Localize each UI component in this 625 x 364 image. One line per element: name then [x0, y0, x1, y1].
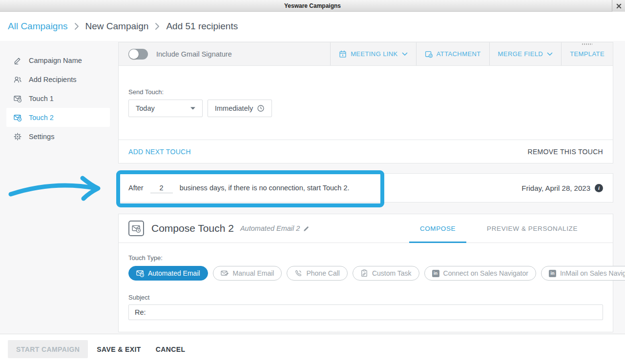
touch-type-label-text: Connect on Sales Navigator — [443, 269, 528, 277]
close-button[interactable] — [612, 0, 625, 12]
subject-label: Subject — [128, 294, 603, 301]
touch-name-group: Automated Email 2 — [240, 224, 310, 232]
delay-prefix-label: After — [128, 184, 144, 192]
merge-field-label: MERGE FIELD — [498, 50, 543, 58]
drag-handle-dots[interactable] — [582, 43, 592, 45]
template-button[interactable]: TEMPLATE — [561, 42, 613, 65]
email-clock-icon — [14, 95, 21, 102]
tab-compose[interactable]: COMPOSE — [409, 214, 466, 243]
breadcrumb-new-campaign: New Campaign — [85, 21, 149, 32]
email-clock-icon — [14, 114, 21, 121]
email-clock-icon — [128, 221, 144, 236]
cancel-button[interactable]: CANCEL — [156, 345, 186, 353]
sidebar-item-campaign-name[interactable]: Campaign Name — [0, 51, 118, 70]
scheduled-date-group: Friday, April 28, 2023 i — [521, 184, 603, 192]
attachment-button[interactable]: ATTACHMENT — [416, 42, 489, 65]
caret-down-icon — [190, 107, 195, 110]
sidebar-item-label: Settings — [29, 133, 54, 141]
chevron-down-icon — [402, 52, 408, 56]
clock-icon — [257, 104, 265, 112]
toolbar-buttons: MEETING LINK ATTACHMENT MERGE FIELD — [330, 42, 613, 65]
touch-actions-row: ADD NEXT TOUCH REMOVE THIS TOUCH — [119, 140, 613, 163]
send-time-value: Immediately — [215, 104, 253, 112]
touch-delay-row: After business days, if there is no conn… — [118, 173, 613, 202]
gmail-signature-toggle[interactable] — [128, 49, 148, 60]
chevron-right-icon — [74, 22, 79, 30]
touch-type-label-text: Manual Email — [233, 269, 274, 277]
compose-touch-card: Compose Touch 2 Automated Email 2 COMPOS… — [118, 214, 613, 332]
calendar-icon — [339, 50, 347, 58]
meeting-link-label: MEETING LINK — [351, 50, 398, 58]
sidebar-item-label: Touch 1 — [29, 95, 54, 102]
sidebar-item-add-recipients[interactable]: Add Recipients — [0, 70, 118, 89]
send-time-select[interactable]: Immediately — [208, 100, 272, 117]
window-titlebar: Yesware Campaigns — [0, 0, 625, 12]
tab-preview-personalize[interactable]: PREVIEW & PERSONALIZE — [476, 214, 588, 243]
yesware-campaigns-window: Yesware Campaigns All Campaigns New Camp… — [0, 0, 625, 364]
footer-bar: START CAMPAIGN SAVE & EXIT CANCEL — [0, 334, 625, 364]
meeting-link-button[interactable]: MEETING LINK — [330, 42, 416, 65]
gear-icon — [14, 133, 21, 141]
window-title: Yesware Campaigns — [0, 2, 625, 9]
compose-tabs: COMPOSE PREVIEW & PERSONALIZE — [409, 214, 613, 243]
pencil-icon — [14, 57, 21, 64]
merge-field-button[interactable]: MERGE FIELD — [489, 42, 562, 65]
touch-type-label-text: InMail on Sales Navigator — [560, 269, 625, 277]
chevron-down-icon — [547, 52, 553, 56]
touch-type-automated-email[interactable]: Automated Email — [128, 266, 208, 281]
gmail-signature-row: Include Gmail Signature — [119, 42, 330, 65]
sidebar-item-touch-2[interactable]: Touch 2 — [6, 108, 110, 127]
email-clock-icon — [136, 269, 144, 277]
info-icon[interactable]: i — [595, 184, 603, 192]
annotation-arrow — [7, 172, 107, 201]
send-touch-controls: Today Immediately — [128, 100, 603, 117]
send-touch-section: Send Touch: Today Immediately — [119, 66, 613, 117]
task-clipboard-icon — [360, 269, 368, 277]
touch-editor-content: Include Gmail Signature MEETING LINK ATT… — [118, 41, 613, 334]
sidebar-item-label: Touch 2 — [29, 114, 54, 121]
email-send-icon — [221, 269, 229, 277]
touch-type-phone-call[interactable]: Phone Call — [287, 266, 348, 281]
compose-title: Compose Touch 2 — [151, 222, 234, 234]
people-icon — [14, 76, 21, 83]
linkedin-icon — [432, 270, 439, 277]
compose-header: Compose Touch 2 Automated Email 2 COMPOS… — [119, 214, 613, 243]
send-date-value: Today — [136, 104, 155, 112]
sidebar-item-settings[interactable]: Settings — [0, 127, 118, 146]
touch-editor-card: Include Gmail Signature MEETING LINK ATT… — [118, 42, 613, 163]
remove-this-touch-button[interactable]: REMOVE THIS TOUCH — [528, 148, 603, 156]
delay-days-input[interactable] — [150, 183, 173, 193]
touch-name-text: Automated Email 2 — [240, 224, 300, 232]
touch-type-custom-task[interactable]: Custom Task — [353, 266, 419, 281]
linkedin-icon — [549, 270, 556, 277]
chevron-right-icon — [155, 22, 160, 30]
start-campaign-button[interactable]: START CAMPAIGN — [8, 340, 88, 358]
attachment-label: ATTACHMENT — [437, 50, 481, 58]
main-area: Campaign Name Add Recipients Touch 1 Tou… — [0, 41, 625, 334]
editor-toolbar: Include Gmail Signature MEETING LINK ATT… — [119, 42, 613, 66]
save-exit-button[interactable]: SAVE & EXIT — [97, 345, 141, 353]
delay-settings: After business days, if there is no conn… — [128, 183, 350, 193]
gmail-signature-label: Include Gmail Signature — [156, 50, 232, 58]
sidebar-item-label: Add Recipients — [29, 76, 77, 83]
breadcrumb: All Campaigns New Campaign Add 51 recipi… — [0, 12, 625, 41]
template-label: TEMPLATE — [570, 50, 604, 58]
subject-input[interactable] — [128, 304, 603, 320]
close-icon — [616, 3, 622, 9]
touch-type-label: Touch Type: — [128, 243, 603, 262]
send-touch-label: Send Touch: — [128, 66, 603, 96]
touch-type-options: Automated Email Manual Email Phone Call — [128, 266, 603, 281]
phone-icon — [294, 269, 302, 277]
touch-type-label-text: Automated Email — [148, 269, 200, 277]
touch-type-connect-sales-navigator[interactable]: Connect on Sales Navigator — [424, 266, 536, 281]
add-next-touch-button[interactable]: ADD NEXT TOUCH — [128, 148, 191, 156]
edit-pencil-icon[interactable] — [303, 225, 310, 232]
breadcrumb-add-recipients: Add 51 recipients — [166, 21, 238, 32]
sidebar-item-touch-1[interactable]: Touch 1 — [0, 89, 118, 108]
send-date-select[interactable]: Today — [128, 100, 203, 117]
touch-type-label-text: Phone Call — [306, 269, 340, 277]
touch-type-inmail-sales-navigator[interactable]: InMail on Sales Navigator — [541, 266, 625, 281]
touch-type-manual-email[interactable]: Manual Email — [213, 266, 282, 281]
delay-suffix-label: business days, if there is no connection… — [180, 184, 350, 192]
breadcrumb-all-campaigns[interactable]: All Campaigns — [8, 21, 68, 32]
